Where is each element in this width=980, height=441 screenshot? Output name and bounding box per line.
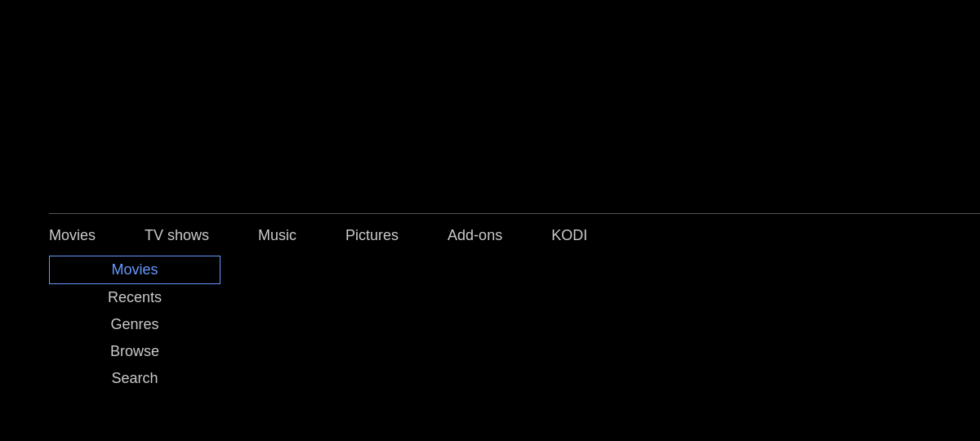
nav-item-movies[interactable]: Movies bbox=[49, 222, 96, 249]
dropdown-item-search[interactable]: Search bbox=[49, 365, 220, 392]
main-container: Movies TV shows Music Pictures Add-ons K… bbox=[0, 0, 980, 441]
dropdown-menu: Movies Recents Genres Browse Search bbox=[49, 256, 220, 392]
dropdown-item-movies[interactable]: Movies bbox=[49, 256, 220, 284]
dropdown-item-browse[interactable]: Browse bbox=[49, 338, 220, 365]
top-nav: Movies TV shows Music Pictures Add-ons K… bbox=[49, 213, 980, 249]
nav-item-kodi[interactable]: KODI bbox=[551, 222, 587, 249]
dropdown-item-genres[interactable]: Genres bbox=[49, 311, 220, 338]
nav-item-music[interactable]: Music bbox=[258, 222, 296, 249]
nav-item-add-ons[interactable]: Add-ons bbox=[448, 222, 502, 249]
nav-section: Movies TV shows Music Pictures Add-ons K… bbox=[0, 213, 980, 392]
nav-item-tv-shows[interactable]: TV shows bbox=[145, 222, 209, 249]
dropdown-item-recents[interactable]: Recents bbox=[49, 284, 220, 311]
nav-item-pictures[interactable]: Pictures bbox=[345, 222, 399, 249]
